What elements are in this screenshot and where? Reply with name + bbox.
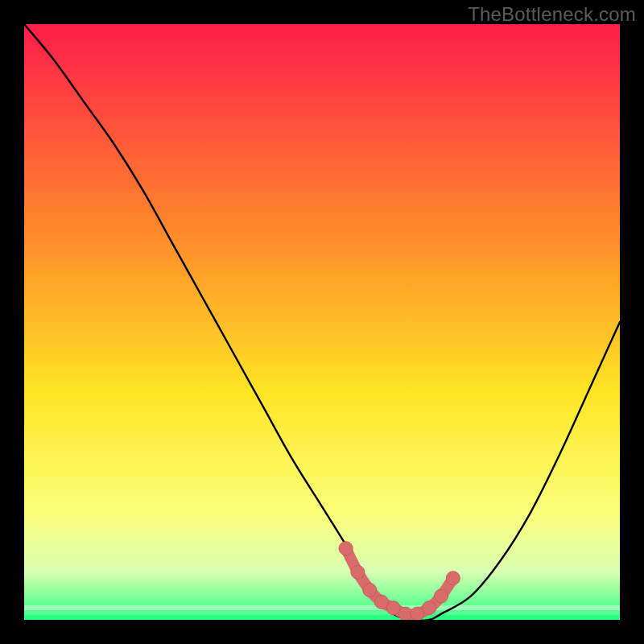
- highlight-dot: [363, 584, 377, 597]
- highlight-dot: [351, 565, 365, 579]
- gradient-background: [24, 24, 620, 620]
- watermark-text: TheBottleneck.com: [468, 3, 636, 26]
- chart-frame: TheBottleneck.com: [0, 0, 644, 644]
- highlight-dot: [435, 589, 448, 603]
- highlight-dot: [446, 572, 460, 585]
- highlight-dot: [423, 601, 436, 615]
- bottom-stripe-3: [24, 615, 620, 620]
- chart-svg: [24, 24, 620, 620]
- bottom-stripe-2: [24, 610, 620, 615]
- bottom-stripe-1: [24, 605, 620, 610]
- highlight-dot: [339, 542, 353, 555]
- plot-area: [24, 24, 620, 620]
